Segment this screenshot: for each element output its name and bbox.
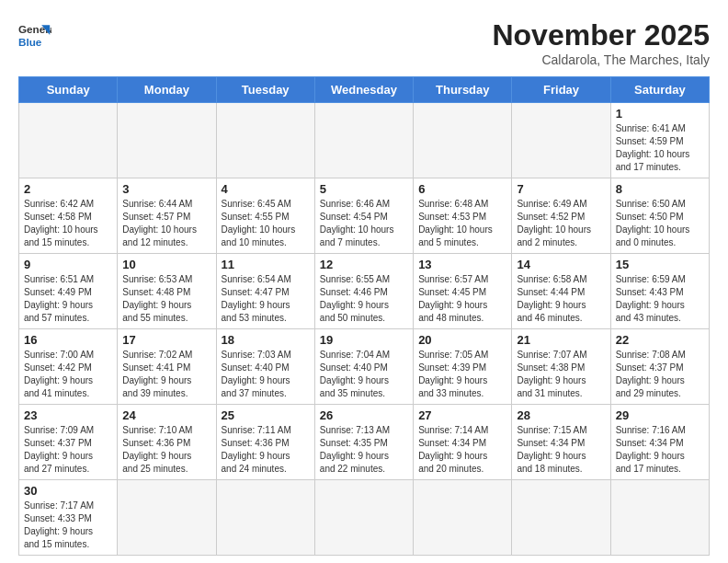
calendar-day-cell [314,103,413,178]
calendar-day-cell: 21Sunrise: 7:07 AM Sunset: 4:38 PM Dayli… [512,329,610,405]
header: General Blue November 2025 Caldarola, Th… [18,18,710,67]
day-number: 26 [320,408,408,422]
calendar-day-cell: 5Sunrise: 6:46 AM Sunset: 4:54 PM Daylig… [314,178,413,254]
subtitle: Caldarola, The Marches, Italy [492,52,710,67]
calendar-day-cell: 10Sunrise: 6:53 AM Sunset: 4:48 PM Dayli… [118,254,216,329]
day-number: 1 [616,107,704,121]
weekday-row: SundayMondayTuesdayWednesdayThursdayFrid… [19,77,710,103]
day-info: Sunrise: 7:17 AM Sunset: 4:33 PM Dayligh… [24,500,112,551]
day-info: Sunrise: 6:59 AM Sunset: 4:43 PM Dayligh… [616,273,704,325]
calendar-week-row: 2Sunrise: 6:42 AM Sunset: 4:58 PM Daylig… [19,178,710,254]
day-number: 23 [24,408,112,422]
day-info: Sunrise: 7:11 AM Sunset: 4:36 PM Dayligh… [222,424,310,476]
calendar-day-cell: 2Sunrise: 6:42 AM Sunset: 4:58 PM Daylig… [19,178,118,254]
calendar-day-cell: 22Sunrise: 7:08 AM Sunset: 4:37 PM Dayli… [610,329,709,405]
day-info: Sunrise: 7:15 AM Sunset: 4:34 PM Dayligh… [517,424,605,476]
day-info: Sunrise: 6:49 AM Sunset: 4:52 PM Dayligh… [517,198,605,249]
calendar-day-cell: 27Sunrise: 7:14 AM Sunset: 4:34 PM Dayli… [414,405,512,480]
day-info: Sunrise: 7:02 AM Sunset: 4:41 PM Dayligh… [122,349,210,400]
day-number: 13 [418,258,506,271]
day-info: Sunrise: 7:14 AM Sunset: 4:34 PM Dayligh… [418,424,506,476]
calendar-day-cell: 29Sunrise: 7:16 AM Sunset: 4:34 PM Dayli… [610,405,709,480]
calendar-day-cell: 26Sunrise: 7:13 AM Sunset: 4:35 PM Dayli… [314,405,413,480]
day-info: Sunrise: 7:16 AM Sunset: 4:34 PM Dayligh… [616,424,704,476]
calendar-day-cell: 30Sunrise: 7:17 AM Sunset: 4:33 PM Dayli… [19,480,118,556]
weekday-header: Thursday [414,77,512,103]
day-number: 14 [517,258,605,271]
day-info: Sunrise: 6:53 AM Sunset: 4:48 PM Dayligh… [122,273,210,325]
day-info: Sunrise: 6:41 AM Sunset: 4:59 PM Dayligh… [616,122,704,174]
calendar-day-cell: 13Sunrise: 6:57 AM Sunset: 4:45 PM Dayli… [414,254,512,329]
day-info: Sunrise: 7:08 AM Sunset: 4:37 PM Dayligh… [616,349,704,400]
calendar-day-cell [118,480,216,556]
calendar-day-cell: 14Sunrise: 6:58 AM Sunset: 4:44 PM Dayli… [512,254,610,329]
day-info: Sunrise: 7:03 AM Sunset: 4:40 PM Dayligh… [222,349,310,400]
day-info: Sunrise: 7:00 AM Sunset: 4:42 PM Dayligh… [24,349,112,400]
day-info: Sunrise: 6:54 AM Sunset: 4:47 PM Dayligh… [222,273,310,325]
day-info: Sunrise: 6:48 AM Sunset: 4:53 PM Dayligh… [418,198,506,249]
day-number: 29 [616,408,704,422]
day-number: 28 [517,408,605,422]
day-info: Sunrise: 7:13 AM Sunset: 4:35 PM Dayligh… [320,424,408,476]
calendar-day-cell: 3Sunrise: 6:44 AM Sunset: 4:57 PM Daylig… [118,178,216,254]
day-number: 6 [418,182,506,196]
month-title: November 2025 [492,18,710,52]
day-number: 2 [24,182,112,196]
day-info: Sunrise: 7:05 AM Sunset: 4:39 PM Dayligh… [418,349,506,400]
day-number: 12 [320,258,408,271]
day-number: 27 [418,408,506,422]
logo-icon: General Blue [18,18,51,52]
calendar-day-cell [512,480,610,556]
day-info: Sunrise: 7:07 AM Sunset: 4:38 PM Dayligh… [517,349,605,400]
day-number: 15 [616,258,704,271]
calendar-week-row: 30Sunrise: 7:17 AM Sunset: 4:33 PM Dayli… [19,480,710,556]
calendar-day-cell [610,480,709,556]
day-number: 16 [24,333,112,347]
calendar-day-cell: 18Sunrise: 7:03 AM Sunset: 4:40 PM Dayli… [216,329,314,405]
weekday-header: Tuesday [216,77,314,103]
calendar-header: SundayMondayTuesdayWednesdayThursdayFrid… [19,77,710,103]
calendar-day-cell: 15Sunrise: 6:59 AM Sunset: 4:43 PM Dayli… [610,254,709,329]
logo: General Blue [18,18,51,52]
title-area: November 2025 Caldarola, The Marches, It… [492,18,710,67]
day-number: 20 [418,333,506,347]
weekday-header: Saturday [610,77,709,103]
calendar-day-cell: 28Sunrise: 7:15 AM Sunset: 4:34 PM Dayli… [512,405,610,480]
calendar-day-cell [314,480,413,556]
calendar-body: 1Sunrise: 6:41 AM Sunset: 4:59 PM Daylig… [19,103,710,556]
calendar-day-cell: 12Sunrise: 6:55 AM Sunset: 4:46 PM Dayli… [314,254,413,329]
calendar-day-cell: 8Sunrise: 6:50 AM Sunset: 4:50 PM Daylig… [610,178,709,254]
day-number: 22 [616,333,704,347]
calendar-day-cell [414,480,512,556]
day-number: 18 [222,333,310,347]
calendar-day-cell: 6Sunrise: 6:48 AM Sunset: 4:53 PM Daylig… [414,178,512,254]
calendar-day-cell: 20Sunrise: 7:05 AM Sunset: 4:39 PM Dayli… [414,329,512,405]
day-number: 24 [122,408,210,422]
day-info: Sunrise: 6:58 AM Sunset: 4:44 PM Dayligh… [517,273,605,325]
day-number: 10 [122,258,210,271]
calendar-day-cell: 16Sunrise: 7:00 AM Sunset: 4:42 PM Dayli… [19,329,118,405]
calendar-week-row: 1Sunrise: 6:41 AM Sunset: 4:59 PM Daylig… [19,103,710,178]
calendar: SundayMondayTuesdayWednesdayThursdayFrid… [18,76,710,556]
day-info: Sunrise: 7:10 AM Sunset: 4:36 PM Dayligh… [122,424,210,476]
calendar-day-cell: 24Sunrise: 7:10 AM Sunset: 4:36 PM Dayli… [118,405,216,480]
day-number: 5 [320,182,408,196]
day-number: 3 [122,182,210,196]
calendar-week-row: 23Sunrise: 7:09 AM Sunset: 4:37 PM Dayli… [19,405,710,480]
day-number: 19 [320,333,408,347]
calendar-day-cell: 11Sunrise: 6:54 AM Sunset: 4:47 PM Dayli… [216,254,314,329]
day-number: 11 [222,258,310,271]
day-info: Sunrise: 6:44 AM Sunset: 4:57 PM Dayligh… [122,198,210,249]
day-info: Sunrise: 6:57 AM Sunset: 4:45 PM Dayligh… [418,273,506,325]
calendar-day-cell: 7Sunrise: 6:49 AM Sunset: 4:52 PM Daylig… [512,178,610,254]
calendar-day-cell: 17Sunrise: 7:02 AM Sunset: 4:41 PM Dayli… [118,329,216,405]
calendar-day-cell [118,103,216,178]
calendar-day-cell: 4Sunrise: 6:45 AM Sunset: 4:55 PM Daylig… [216,178,314,254]
day-number: 9 [24,258,112,271]
calendar-week-row: 16Sunrise: 7:00 AM Sunset: 4:42 PM Dayli… [19,329,710,405]
svg-text:Blue: Blue [18,36,42,48]
weekday-header: Monday [118,77,216,103]
weekday-header: Wednesday [314,77,413,103]
day-info: Sunrise: 7:09 AM Sunset: 4:37 PM Dayligh… [24,424,112,476]
day-info: Sunrise: 7:04 AM Sunset: 4:40 PM Dayligh… [320,349,408,400]
